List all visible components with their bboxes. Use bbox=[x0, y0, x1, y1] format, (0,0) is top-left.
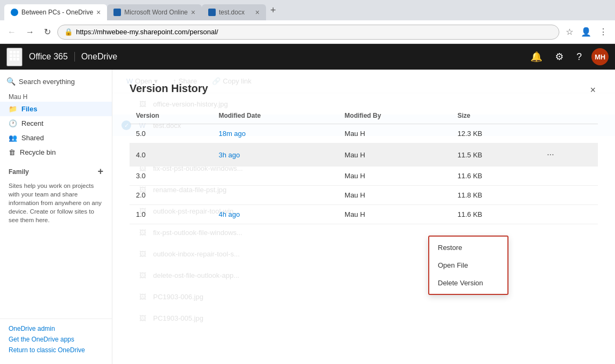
user-profile-button[interactable]: 👤 bbox=[578, 25, 595, 39]
file-size: 11.6 KB bbox=[451, 205, 537, 224]
table-row: 1.0 4h ago Mau H 11.6 KB bbox=[130, 205, 598, 224]
files-label: Files bbox=[21, 105, 37, 113]
svg-rect-4 bbox=[13, 54, 16, 57]
modified-date: 18m ago bbox=[212, 124, 338, 143]
family-desc: Sites help you work on projects with you… bbox=[0, 179, 112, 229]
row-actions bbox=[537, 205, 598, 224]
file-size: 11.5 KB bbox=[451, 143, 537, 166]
modified-date: 4h ago bbox=[212, 205, 338, 224]
row-actions-dots-button[interactable]: ··· bbox=[544, 149, 557, 161]
version-date-link[interactable]: 4h ago bbox=[218, 210, 240, 218]
svg-rect-3 bbox=[10, 54, 12, 57]
sidebar-item-shared[interactable]: 👥 Shared bbox=[0, 131, 112, 145]
svg-rect-2 bbox=[17, 51, 19, 54]
waffle-menu-button[interactable] bbox=[6, 48, 22, 66]
onedrive-admin-link[interactable]: OneDrive admin bbox=[9, 323, 103, 334]
file-area: W Open ▾ ↑ Share 🔗 Copy link 🖼 bbox=[112, 70, 615, 364]
sidebar-item-files[interactable]: 📁 Files bbox=[0, 102, 112, 116]
nav-section: Mau H 📁 Files 🕐 Recent 👥 Shared 🗑 Recycl… bbox=[0, 89, 112, 162]
recent-icon: 🕐 bbox=[9, 119, 17, 127]
settings-button[interactable]: ⚙ bbox=[552, 48, 567, 66]
forward-button[interactable]: → bbox=[22, 25, 37, 39]
modified-date bbox=[212, 166, 338, 186]
svg-rect-5 bbox=[17, 54, 19, 57]
row-actions bbox=[537, 124, 598, 143]
col-actions bbox=[537, 109, 598, 124]
tab-3[interactable]: test.docx × bbox=[202, 4, 266, 20]
tab-1-title: Between PCs - OneDrive bbox=[21, 9, 93, 16]
search-icon: 🔍 bbox=[6, 77, 16, 86]
tab-2-close[interactable]: × bbox=[191, 8, 195, 17]
tab-3-close[interactable]: × bbox=[255, 8, 260, 17]
sidebar-item-recycle[interactable]: 🗑 Recycle bin bbox=[0, 145, 112, 160]
tab-2-favicon bbox=[113, 9, 121, 16]
lock-icon: 🔒 bbox=[64, 28, 73, 36]
file-size: 12.3 KB bbox=[451, 124, 537, 143]
tab-1-favicon bbox=[11, 9, 18, 16]
tab-3-title: test.docx bbox=[219, 9, 252, 16]
tab-2[interactable]: Microsoft Word Online × bbox=[107, 4, 202, 20]
user-avatar[interactable]: MH bbox=[591, 48, 609, 65]
search-label: Search everything bbox=[19, 78, 75, 86]
col-version: Version bbox=[130, 109, 212, 124]
notifications-button[interactable]: 🔔 bbox=[527, 48, 545, 66]
version-history-header: Version History × bbox=[130, 82, 598, 98]
tab-2-title: Microsoft Word Online bbox=[124, 9, 187, 16]
refresh-button[interactable]: ↻ bbox=[41, 25, 54, 39]
address-bar: 🔒 https://mhwebee-my.sharepoint.com/pers… bbox=[57, 25, 559, 40]
sidebar-item-recent[interactable]: 🕐 Recent bbox=[0, 116, 112, 131]
modified-date: 3h ago bbox=[212, 143, 338, 166]
tab-1[interactable]: Between PCs - OneDrive × bbox=[4, 4, 107, 20]
version-history-title: Version History bbox=[130, 82, 208, 95]
tab-1-close[interactable]: × bbox=[96, 8, 101, 17]
modified-date bbox=[212, 186, 338, 205]
table-row-highlighted: 4.0 3h ago Mau H 11.5 KB ··· bbox=[130, 143, 598, 166]
version-date-link[interactable]: 3h ago bbox=[218, 151, 240, 159]
office365-label: Office 365 bbox=[29, 52, 75, 62]
table-row: 2.0 Mau H 11.8 KB bbox=[130, 186, 598, 205]
modified-by: Mau H bbox=[338, 143, 451, 166]
get-apps-link[interactable]: Get the OneDrive apps bbox=[9, 334, 103, 345]
search-box[interactable]: 🔍 Search everything bbox=[0, 74, 112, 89]
version-number: 3.0 bbox=[130, 166, 212, 186]
menu-button[interactable]: ⋮ bbox=[596, 25, 611, 39]
version-number: 4.0 bbox=[130, 143, 212, 166]
ctx-restore-item[interactable]: Restore bbox=[429, 239, 507, 256]
url-input[interactable]: https://mhwebee-my.sharepoint.com/person… bbox=[76, 28, 552, 36]
bookmark-button[interactable]: ☆ bbox=[563, 25, 576, 39]
col-modified-date: Modified Date bbox=[212, 109, 338, 124]
new-tab-button[interactable]: + bbox=[266, 3, 280, 18]
help-button[interactable]: ? bbox=[573, 48, 585, 66]
svg-rect-0 bbox=[10, 51, 12, 54]
table-row: 5.0 18m ago Mau H 12.3 KB bbox=[130, 124, 598, 143]
family-label: Family bbox=[9, 168, 29, 176]
onedrive-label: OneDrive bbox=[75, 52, 118, 62]
modified-by: Mau H bbox=[338, 124, 451, 143]
ctx-open-file-item[interactable]: Open File bbox=[429, 256, 507, 274]
modified-by: Mau H bbox=[338, 205, 451, 224]
files-icon: 📁 bbox=[9, 105, 17, 113]
svg-rect-6 bbox=[10, 58, 12, 60]
col-modified-by: Modified By bbox=[338, 109, 451, 124]
version-number: 1.0 bbox=[130, 205, 212, 224]
table-row: 3.0 Mau H 11.6 KB bbox=[130, 166, 598, 186]
back-button[interactable]: ← bbox=[4, 25, 19, 39]
shared-label: Shared bbox=[21, 134, 44, 142]
version-date-link[interactable]: 18m ago bbox=[218, 130, 246, 138]
svg-rect-8 bbox=[17, 58, 19, 60]
recycle-icon: 🗑 bbox=[9, 148, 16, 156]
user-name-label: Mau H bbox=[0, 91, 112, 102]
version-number: 2.0 bbox=[130, 186, 212, 205]
classic-link[interactable]: Return to classic OneDrive bbox=[9, 345, 103, 355]
ctx-delete-version-item[interactable]: Delete Version bbox=[429, 274, 507, 292]
row-actions: ··· bbox=[537, 143, 598, 166]
row-actions bbox=[537, 186, 598, 205]
family-section-header: Family + bbox=[0, 162, 112, 179]
version-history-close-button[interactable]: × bbox=[588, 82, 598, 98]
recent-label: Recent bbox=[21, 119, 43, 127]
add-family-button[interactable]: + bbox=[97, 166, 103, 177]
version-history-table: Version Modified Date Modified By Size 5… bbox=[130, 109, 598, 224]
file-size: 11.6 KB bbox=[451, 166, 537, 186]
sidebar: 🔍 Search everything Mau H 📁 Files 🕐 Rece… bbox=[0, 70, 112, 364]
col-size: Size bbox=[451, 109, 537, 124]
